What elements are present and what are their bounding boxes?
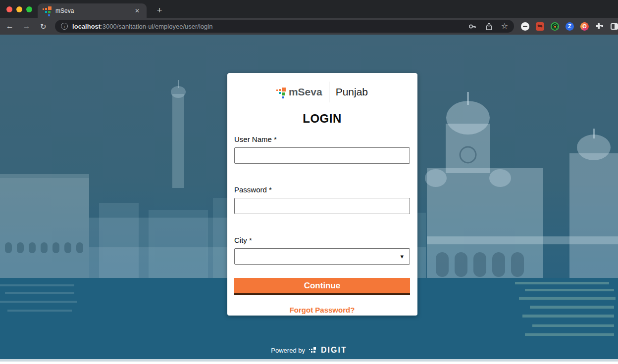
- back-icon[interactable]: ←: [4, 22, 16, 30]
- extensions-row: Z O: [521, 22, 618, 31]
- browser-toolbar: ← → ↻ i localhost:3000/sanitation-ui/emp…: [0, 18, 618, 35]
- username-field-group: User Name *: [234, 135, 410, 164]
- powered-by-label: Powered by: [271, 347, 305, 354]
- title-bar: mSeva ✕ +: [0, 0, 618, 18]
- page-title: LOGIN: [234, 112, 410, 126]
- city-field-group: City * ▾: [234, 236, 410, 265]
- key-icon[interactable]: [468, 22, 477, 31]
- digit-brand-text: DIGIT: [321, 346, 347, 355]
- puzzle-icon[interactable]: [595, 22, 604, 31]
- side-panel-icon[interactable]: [611, 23, 618, 30]
- forward-icon[interactable]: →: [21, 22, 33, 30]
- address-bar[interactable]: i localhost:3000/sanitation-ui/employee/…: [55, 20, 514, 33]
- ext-z-icon[interactable]: Z: [566, 22, 574, 31]
- browser-window: mSeva ✕ + ← → ↻ i localhost:3000/sanitat…: [0, 0, 618, 364]
- brand-region: Punjab: [336, 86, 368, 98]
- new-tab-button[interactable]: +: [153, 3, 166, 17]
- continue-button[interactable]: Continue: [234, 278, 410, 295]
- forgot-password-link[interactable]: Forgot Password?: [234, 306, 410, 314]
- share-icon[interactable]: [485, 22, 493, 31]
- close-window-button[interactable]: [6, 6, 12, 12]
- login-card: mSeva Punjab LOGIN User Name * Password …: [227, 73, 417, 316]
- city-select[interactable]: [234, 248, 410, 265]
- url-text[interactable]: localhost:3000/sanitation-ui/employee/us…: [72, 23, 212, 30]
- tab-close-icon[interactable]: ✕: [133, 6, 142, 15]
- ext-red-icon[interactable]: [536, 22, 544, 31]
- minimize-window-button[interactable]: [16, 6, 22, 12]
- password-label: Password *: [234, 185, 410, 194]
- site-info-icon[interactable]: i: [61, 23, 68, 30]
- username-label: User Name *: [234, 135, 410, 143]
- mseva-logo-icon: [276, 87, 286, 97]
- mseva-favicon-icon: [43, 6, 52, 15]
- ext-o-icon[interactable]: O: [580, 22, 589, 31]
- footer: Powered by DIGIT: [0, 346, 618, 355]
- url-path: :3000/sanitation-ui/employee/user/login: [101, 23, 212, 30]
- browser-tab[interactable]: mSeva ✕: [38, 3, 147, 18]
- maximize-window-button[interactable]: [26, 6, 32, 12]
- digit-logo-icon: [309, 347, 316, 354]
- ext-circle-icon[interactable]: [521, 22, 529, 31]
- password-field-group: Password *: [234, 185, 410, 214]
- bottom-strip: [0, 359, 618, 362]
- refresh-icon[interactable]: ↻: [37, 23, 49, 30]
- password-input[interactable]: [234, 198, 410, 214]
- tab-title: mSeva: [55, 7, 133, 14]
- bookmark-star-icon[interactable]: ☆: [501, 22, 508, 30]
- brand-name: mSeva: [289, 86, 322, 98]
- url-host: localhost: [72, 23, 101, 30]
- city-label: City *: [234, 236, 410, 244]
- username-input[interactable]: [234, 147, 410, 164]
- brand-divider: [329, 82, 329, 102]
- window-controls: [6, 6, 32, 12]
- brand-header: mSeva Punjab: [234, 81, 410, 103]
- ext-target-icon[interactable]: [551, 22, 559, 31]
